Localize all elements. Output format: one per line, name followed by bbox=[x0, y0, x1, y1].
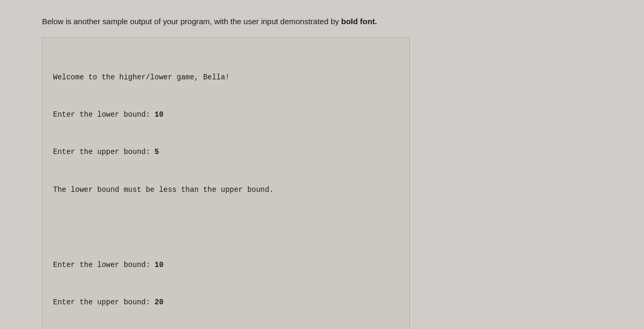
code-line-6: Enter the upper bound: 20 bbox=[53, 296, 399, 309]
intro-paragraph: Below is another sample output of your p… bbox=[42, 16, 612, 27]
main-container: Below is another sample output of your p… bbox=[0, 0, 644, 329]
code-line-3: Enter the upper bound: 5 bbox=[53, 146, 399, 159]
empty-line-1 bbox=[53, 221, 399, 234]
code-line-5: Enter the lower bound: 10 bbox=[53, 259, 399, 272]
input-value-4: 20 bbox=[154, 298, 163, 306]
code-output-block: Welcome to the higher/lower game, Bella!… bbox=[42, 37, 410, 329]
input-value-3: 10 bbox=[154, 261, 163, 269]
code-line-4: The lower bound must be less than the up… bbox=[53, 184, 399, 197]
code-line-2: Enter the lower bound: 10 bbox=[53, 109, 399, 121]
input-value-2: 5 bbox=[154, 148, 159, 156]
code-line-1: Welcome to the higher/lower game, Bella! bbox=[53, 71, 399, 84]
input-value-1: 10 bbox=[154, 110, 163, 119]
